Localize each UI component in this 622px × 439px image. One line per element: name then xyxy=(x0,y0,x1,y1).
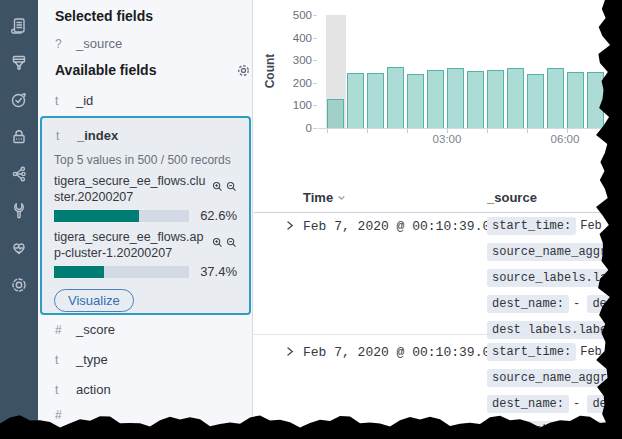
source-line: start_time:Feb 7 xyxy=(487,217,622,235)
top-value-row: tigera_secure_ee_flows.app-cluster-1.202… xyxy=(54,229,237,261)
field-key-pill: dest_name: xyxy=(487,395,569,413)
field-type-string-glyph: t xyxy=(55,94,71,108)
histogram-bar[interactable] xyxy=(567,72,584,128)
y-tick-label: 500 xyxy=(272,9,312,21)
count-histogram xyxy=(318,15,622,129)
lock-icon[interactable] xyxy=(8,126,30,147)
x-tick-label: 03:00 xyxy=(425,133,469,145)
x-tick-mark xyxy=(487,129,488,133)
percent-label: 37.4% xyxy=(189,264,237,279)
uptime-clock-icon[interactable] xyxy=(8,89,30,110)
pipeline-icon[interactable] xyxy=(8,52,30,73)
field-key-pill: start_time: xyxy=(487,217,576,235)
field-key-pill: source_labels.lab xyxy=(487,269,619,287)
y-tick-mark xyxy=(313,128,317,129)
field-value-text: Feb 7, xyxy=(580,345,622,359)
field-type-number-glyph: # xyxy=(55,408,71,422)
field-name: _source xyxy=(76,36,122,51)
time-column-header[interactable]: Time xyxy=(303,190,346,205)
histogram-bar[interactable] xyxy=(327,99,344,128)
top-value-bar-row: 37.4% xyxy=(54,264,237,279)
histogram-bar[interactable] xyxy=(487,70,504,128)
field-name: _score xyxy=(76,322,115,337)
field-value-text: - xyxy=(573,397,587,411)
y-tick-mark xyxy=(313,38,317,39)
histogram-bar[interactable] xyxy=(427,70,444,128)
source-line: dest_name:- dest xyxy=(487,295,622,313)
histogram-bar[interactable] xyxy=(407,74,424,128)
field-key-pill: dest_name: xyxy=(487,295,569,313)
source-line: dest_labels.label xyxy=(487,421,622,439)
histogram-bar[interactable] xyxy=(447,68,464,128)
source-column-header: _source xyxy=(487,190,537,205)
field-type-string-glyph: t xyxy=(56,129,72,143)
progress-fill xyxy=(54,266,104,278)
histogram-bar[interactable] xyxy=(547,68,564,128)
progress-track xyxy=(54,210,189,222)
source-line: dest_name:- dest, xyxy=(487,395,622,413)
source-line: dest_labels.labels xyxy=(487,321,622,339)
top-values-summary: Top 5 values in 500 / 500 records xyxy=(54,153,237,167)
histogram-bars xyxy=(327,15,604,128)
zoom-in-icon[interactable] xyxy=(212,237,223,248)
x-tick-mark xyxy=(327,129,328,133)
y-axis-label: Count xyxy=(263,41,277,101)
field-key-pill: source_name_aggr: xyxy=(487,243,619,261)
percent-label: 62.6% xyxy=(189,208,237,223)
source-cell: start_time:Feb 7 source_name_aggr:source… xyxy=(487,217,622,347)
field-item-score[interactable]: # _score xyxy=(55,322,115,337)
top-value-bar-row: 62.6% xyxy=(54,208,237,223)
y-tick-label: 400 xyxy=(272,32,312,44)
histogram-bar[interactable] xyxy=(387,67,404,128)
histogram-bar[interactable] xyxy=(587,72,604,128)
field-value-text: - xyxy=(573,297,587,311)
x-tick-label: 06:00 xyxy=(543,133,587,145)
y-tick-mark xyxy=(313,15,317,16)
value-filter-icons xyxy=(212,181,237,192)
field-item-id[interactable]: t _id xyxy=(55,93,93,108)
wrench-icon[interactable] xyxy=(8,200,30,221)
expand-row-icon[interactable] xyxy=(285,346,295,357)
source-line: start_time:Feb 7, xyxy=(487,343,622,361)
y-tick-label: 300 xyxy=(272,54,312,66)
logs-scroll-icon[interactable] xyxy=(8,15,30,36)
histogram-bar[interactable] xyxy=(527,74,544,128)
histogram-bar[interactable] xyxy=(347,73,364,128)
kibana-discover-screen: Selected fields ? _source Available fiel… xyxy=(0,0,622,439)
field-value-text: Feb 7 xyxy=(580,219,616,233)
expand-row-icon[interactable] xyxy=(285,220,295,231)
source-line: source_name_aggr: xyxy=(487,369,622,387)
index-field-card: t _index Top 5 values in 500 / 500 recor… xyxy=(40,116,251,315)
histogram-bar[interactable] xyxy=(507,68,524,128)
field-item-type[interactable]: t _type xyxy=(55,352,108,367)
field-name: action xyxy=(76,382,111,397)
top-value-label: tigera_secure_ee_flows.cluster.20200207 xyxy=(54,174,205,204)
row-divider xyxy=(254,334,622,335)
y-tick-label: 200 xyxy=(272,77,312,89)
field-key-pill: start_time: xyxy=(487,343,576,361)
zoom-out-icon[interactable] xyxy=(226,237,237,248)
field-type-string-glyph: t xyxy=(55,353,71,367)
field-item-source[interactable]: ? _source xyxy=(55,36,122,51)
gear-icon[interactable] xyxy=(8,274,30,295)
zoom-in-icon[interactable] xyxy=(212,181,223,192)
zoom-out-icon[interactable] xyxy=(226,181,237,192)
top-value-row: tigera_secure_ee_flows.cluster.20200207 xyxy=(54,173,237,205)
field-item-partial[interactable]: # xyxy=(55,408,76,422)
histogram-bar[interactable] xyxy=(467,71,484,128)
field-item-action[interactable]: t action xyxy=(55,382,111,397)
y-tick-mark xyxy=(313,105,317,106)
share-nodes-icon[interactable] xyxy=(8,163,30,184)
progress-track xyxy=(54,266,189,278)
x-tick-mark xyxy=(367,129,368,133)
histogram-bar[interactable] xyxy=(367,73,384,128)
heartbeat-icon[interactable] xyxy=(8,237,30,258)
field-key-pill: dest, xyxy=(587,395,622,413)
visualize-button[interactable]: Visualize xyxy=(54,289,134,312)
top-value-label: tigera_secure_ee_flows.app-cluster-1.202… xyxy=(54,230,203,260)
x-tick-mark xyxy=(607,129,608,133)
sort-desc-icon xyxy=(337,190,346,205)
field-settings-gear-icon[interactable] xyxy=(236,63,251,78)
column-label: _source xyxy=(487,190,537,205)
field-item-index[interactable]: t _index xyxy=(56,128,237,143)
